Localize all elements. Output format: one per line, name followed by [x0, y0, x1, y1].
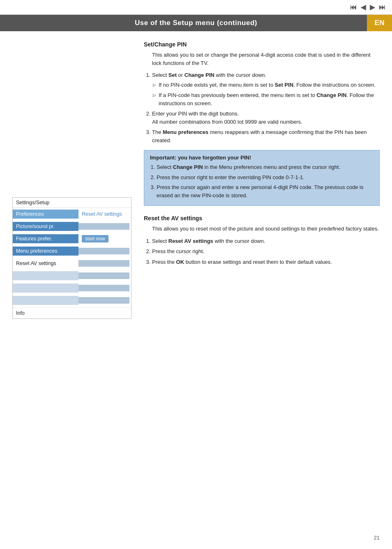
menu-sub-empty-3 [78, 260, 129, 267]
menu-item-features[interactable]: Features prefer. [13, 234, 78, 243]
menu-sub-empty-4 [78, 272, 129, 279]
menu-item-menu-preferences[interactable]: Menu preferences [13, 247, 78, 256]
important-box: Important: you have forgotten your PIN! … [144, 150, 380, 206]
menu-item-empty-1 [13, 271, 78, 280]
menu-row-preferences: Preferences Reset AV settings [13, 208, 131, 220]
main-content: Settings/Setup Preferences Reset AV sett… [0, 31, 392, 329]
language-badge: EN [367, 15, 392, 31]
reset-av-steps: Select Reset AV settings with the cursor… [152, 237, 380, 266]
sub-step-1b: If a PIN-code has previously been entere… [159, 91, 380, 107]
menu-row-empty-3 [13, 294, 131, 307]
settings-menu: Settings/Setup Preferences Reset AV sett… [12, 197, 131, 319]
menu-row-reset-av: Reset AV settings [13, 257, 131, 270]
reset-step-3: Press the OK button to erase settings an… [152, 258, 380, 266]
set-change-pin-steps: Select Set or Change PIN with the cursor… [152, 71, 380, 144]
menu-item-empty-2 [13, 284, 78, 293]
menu-item-empty-3 [13, 296, 78, 305]
menu-row-menu-prefs: Menu preferences [13, 245, 131, 257]
menu-item-picture[interactable]: Picture/sound pr. [13, 222, 78, 231]
menu-item-preferences[interactable]: Preferences [13, 210, 78, 219]
menu-title: Settings/Setup [13, 198, 131, 208]
left-panel: Settings/Setup Preferences Reset AV sett… [12, 197, 131, 319]
page-number: 21 [374, 535, 380, 541]
menu-sub-startnow: start now [78, 234, 112, 243]
header-title: Use of the Setup menu (continued) [135, 19, 257, 27]
reset-av-title: Reset the AV settings [144, 215, 380, 221]
nav-first-icon[interactable]: ⏮ [350, 4, 357, 11]
menu-sub-empty-1 [78, 223, 129, 230]
reset-av-section: Reset the AV settings This allows you to… [144, 215, 380, 266]
important-step-3: Press the cursor again and enter a new p… [157, 183, 374, 199]
sub-step-1a: If no PIN-code exists yet, the menu item… [159, 81, 380, 89]
menu-sub-reset-av-label: Reset AV settings [78, 210, 131, 219]
menu-sub-empty-2 [78, 248, 129, 254]
set-change-pin-intro: This allows you to set or change the per… [152, 51, 380, 67]
reset-step-1: Select Reset AV settings with the cursor… [152, 237, 380, 245]
set-change-pin-title: Set/Change PIN [144, 41, 380, 48]
menu-sub-empty-6 [78, 297, 129, 304]
step-3: The Menu preferences menu reappears with… [152, 128, 380, 144]
menu-item-reset-av[interactable]: Reset AV settings [13, 259, 78, 268]
important-step-2: Press the cursor right to enter the over… [157, 173, 374, 182]
important-title: Important: you have forgotten your PIN! [150, 155, 374, 161]
step-1: Select Set or Change PIN with the cursor… [152, 71, 380, 107]
nav-prev-icon[interactable]: ◀ [361, 3, 366, 11]
menu-row-picture: Picture/sound pr. [13, 220, 131, 233]
important-step-1: Select Change PIN in the Menu preference… [157, 163, 374, 171]
header-bar: Use of the Setup menu (continued) EN [0, 15, 392, 31]
top-navigation: ⏮ ◀ ▶ ⏭ [0, 0, 392, 15]
important-steps: Select Change PIN in the Menu preference… [157, 163, 374, 199]
menu-row-features: Features prefer. start now [13, 233, 131, 245]
reset-av-intro: This allows you to reset most of the pic… [152, 225, 380, 233]
nav-buttons: ⏮ ◀ ▶ ⏭ [350, 3, 385, 11]
reset-step-2: Press the cursor right. [152, 247, 380, 256]
nav-next-icon[interactable]: ▶ [370, 3, 375, 11]
set-change-pin-section: Set/Change PIN This allows you to set or… [144, 41, 380, 206]
menu-sub-empty-5 [78, 285, 129, 291]
right-panel: Set/Change PIN This allows you to set or… [144, 41, 380, 319]
nav-last-icon[interactable]: ⏭ [379, 4, 385, 11]
menu-row-empty-1 [13, 270, 131, 282]
step-2: Enter your PIN with the digit buttons. A… [152, 110, 380, 126]
menu-info: Info [13, 307, 131, 318]
start-now-tag[interactable]: start now [82, 235, 108, 242]
menu-row-empty-2 [13, 282, 131, 294]
